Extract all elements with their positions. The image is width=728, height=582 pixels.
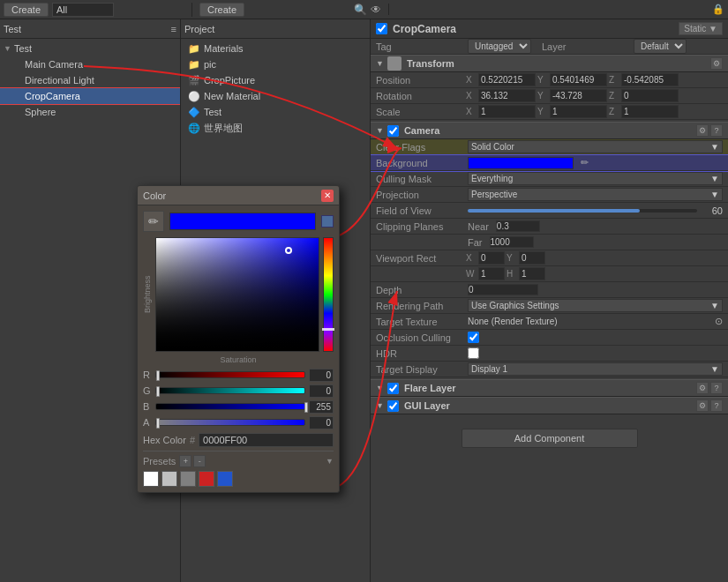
tag-select[interactable]: Untagged <box>468 39 531 54</box>
add-component-button[interactable]: Add Component <box>462 429 638 448</box>
presets-add-icon[interactable]: + <box>179 455 191 467</box>
presets-section: Presets + - ▼ <box>143 451 334 487</box>
far-label: Far <box>468 237 483 248</box>
preset-swatch-blue[interactable] <box>217 471 233 487</box>
rot-y-input[interactable] <box>550 89 607 102</box>
a-slider[interactable] <box>155 419 305 426</box>
project-item-materials[interactable]: 📁 Materials <box>184 41 366 56</box>
project-eye-icon[interactable]: 👁 <box>371 4 381 16</box>
culling-dropdown[interactable]: Everything ▼ <box>468 172 723 185</box>
flare-help-icon[interactable]: ? <box>710 382 723 394</box>
hierarchy-item-main-camera[interactable]: Main Camera <box>0 56 180 72</box>
position-row: Position X Y Z <box>371 72 728 88</box>
rot-x-input[interactable] <box>478 89 536 102</box>
camera-enabled-checkbox[interactable] <box>387 125 399 137</box>
hierarchy-item-test[interactable]: ▼ Test <box>0 41 180 56</box>
projection-row: Projection Perspective ▼ <box>371 187 728 203</box>
project-item-label-crop-picture: CropPicture <box>204 75 255 86</box>
vp-x-input[interactable] <box>478 251 505 265</box>
project-item-pic[interactable]: 📁 pic <box>184 56 366 72</box>
scale-y-input[interactable] <box>550 105 607 118</box>
scale-row: Scale X Y Z <box>371 104 728 120</box>
color-preview-bar[interactable] <box>169 213 316 230</box>
scale-x-input[interactable] <box>478 105 536 118</box>
fov-slider[interactable] <box>468 209 697 213</box>
gui-help-icon[interactable]: ? <box>710 399 723 412</box>
hex-input[interactable] <box>199 433 334 447</box>
preset-swatch-gray[interactable] <box>180 471 196 487</box>
hierarchy-item-crop-camera[interactable]: CropCamera <box>0 88 180 104</box>
camera-help-icon[interactable]: ? <box>710 124 723 137</box>
flare-settings-icon[interactable]: ⚙ <box>696 382 709 394</box>
hierarchy-menu-icon[interactable]: ≡ <box>171 24 176 34</box>
color-picker-close-button[interactable]: ✕ <box>321 190 334 202</box>
eyedropper-button[interactable]: ✏ <box>143 211 164 232</box>
hierarchy-item-label-crop-camera: CropCamera <box>25 91 80 101</box>
rendering-dropdown[interactable]: Use Graphics Settings ▼ <box>468 299 723 312</box>
a-value-input[interactable] <box>309 416 334 429</box>
project-item-test[interactable]: 🔷 Test <box>184 104 366 120</box>
inspector-lock-icon[interactable]: 🔒 <box>712 4 724 15</box>
layer-label: Layer <box>542 41 630 52</box>
occlusion-row: Occlusion Culling <box>371 330 728 346</box>
project-search-icon[interactable]: 🔍 <box>354 4 367 16</box>
target-texture-browse-icon[interactable]: ⊙ <box>715 316 723 327</box>
preset-swatch-white[interactable] <box>143 471 159 487</box>
vp-y-input[interactable] <box>519 251 545 265</box>
layer-select[interactable]: Default <box>634 39 687 54</box>
pos-x-input[interactable] <box>478 73 536 86</box>
presets-arrow: ▼ <box>326 457 334 466</box>
hue-strip[interactable] <box>323 237 334 352</box>
preset-swatch-red[interactable] <box>199 471 214 487</box>
pos-z-input[interactable] <box>621 73 679 86</box>
g-value-input[interactable] <box>309 384 334 398</box>
transform-settings-icon[interactable]: ⚙ <box>710 57 723 70</box>
occlusion-checkbox[interactable] <box>468 332 479 343</box>
background-color-swatch[interactable] <box>468 157 574 169</box>
near-input[interactable] <box>496 220 540 232</box>
g-slider[interactable] <box>155 387 305 394</box>
background-edit-icon[interactable]: ✏ <box>581 157 589 168</box>
gui-settings-icon[interactable]: ⚙ <box>696 399 709 412</box>
pos-y-input[interactable] <box>550 73 607 86</box>
project-item-new-material[interactable]: ⚪ New Material <box>184 88 366 104</box>
scale-z-input[interactable] <box>621 105 679 118</box>
flare-layer-header[interactable]: ▼ Flare Layer ⚙ ? <box>371 379 728 397</box>
sat-canvas[interactable] <box>155 237 319 352</box>
vp-w-input[interactable] <box>478 267 505 280</box>
hierarchy-item-sphere[interactable]: Sphere <box>0 104 180 120</box>
flare-enabled-checkbox[interactable] <box>387 383 399 394</box>
projection-value: Perspective <box>471 190 517 199</box>
far-input[interactable] <box>490 236 534 248</box>
static-button[interactable]: Static ▼ <box>679 22 723 35</box>
r-value-input[interactable] <box>309 369 334 382</box>
depth-input[interactable] <box>468 284 538 295</box>
rot-z-input[interactable] <box>621 89 679 102</box>
hierarchy-create-button[interactable]: Create <box>4 3 49 17</box>
presets-remove-icon[interactable]: - <box>193 455 206 467</box>
hdr-checkbox[interactable] <box>468 347 479 359</box>
transform-icon <box>387 56 402 71</box>
project-file-tree: 📁 Materials 📁 pic 🎬 CropPicture ⚪ New Ma… <box>181 39 370 138</box>
b-value-input[interactable] <box>309 400 334 414</box>
clear-flags-dropdown[interactable]: Solid Color ▼ <box>468 140 723 153</box>
transform-section-header[interactable]: ▼ Transform ⚙ <box>371 55 728 72</box>
target-display-dropdown[interactable]: Display 1 ▼ <box>468 362 723 376</box>
b-channel-label: B <box>143 401 152 412</box>
presets-swatches <box>143 471 334 487</box>
camera-settings-icon[interactable]: ⚙ <box>696 124 709 137</box>
project-item-world-map[interactable]: 🌐 世界地图 <box>184 120 366 136</box>
b-slider[interactable] <box>155 403 305 410</box>
hierarchy-search-input[interactable] <box>52 3 114 17</box>
object-active-checkbox[interactable] <box>376 23 387 34</box>
camera-section-header[interactable]: ▼ Camera ⚙ ? <box>371 122 728 139</box>
r-slider[interactable] <box>155 371 305 378</box>
projection-dropdown[interactable]: Perspective ▼ <box>468 188 723 201</box>
project-item-crop-picture[interactable]: 🎬 CropPicture <box>184 72 366 88</box>
gui-layer-header[interactable]: ▼ GUI Layer ⚙ ? <box>371 397 728 414</box>
preset-swatch-silver[interactable] <box>161 471 177 487</box>
gui-enabled-checkbox[interactable] <box>387 400 399 412</box>
vp-h-input[interactable] <box>519 267 545 280</box>
project-create-button[interactable]: Create <box>199 3 244 17</box>
hierarchy-item-directional-light[interactable]: Directional Light <box>0 72 180 88</box>
